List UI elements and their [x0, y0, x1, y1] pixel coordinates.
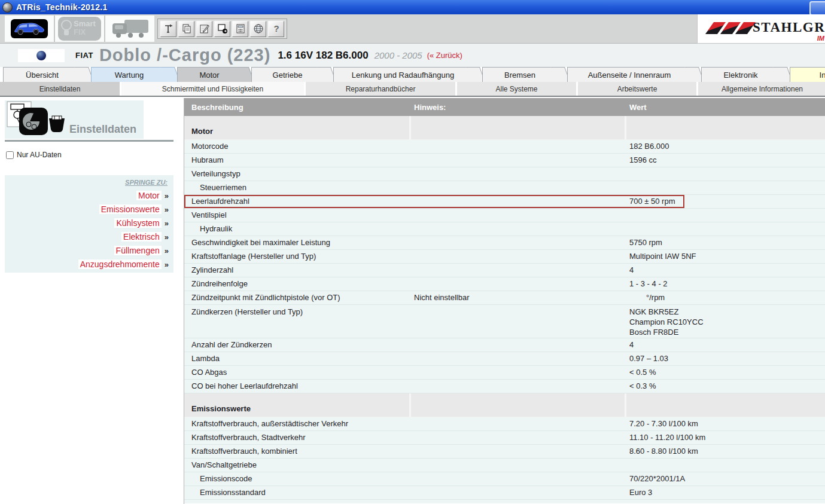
- row-hint: [409, 250, 625, 263]
- row-value: [625, 209, 825, 222]
- row-value: 4: [625, 338, 825, 352]
- table-row[interactable]: EmissionsstandardEuro 3: [184, 486, 825, 500]
- vehicle-make: FIAT: [75, 51, 93, 60]
- tab-motor[interactable]: Motor: [177, 67, 241, 82]
- table-row[interactable]: Steuerriemen: [184, 181, 825, 195]
- tab-lenkung-und-radaufhängung[interactable]: Lenkung und Radaufhängung: [333, 67, 472, 82]
- table-row[interactable]: Ventilspiel: [184, 209, 825, 222]
- tab-index[interactable]: Index: [790, 67, 825, 82]
- table-row[interactable]: Hubraum1596 cc: [184, 154, 825, 167]
- table-row[interactable]: Van/Schaltgetriebe: [184, 459, 825, 472]
- table-section-row[interactable]: Motor: [184, 116, 825, 140]
- table-row[interactable]: Zündkerzen (Hersteller und Typ)NGK BKR5E…: [184, 305, 825, 338]
- subtab-einstelldaten[interactable]: Einstelldaten: [0, 82, 120, 96]
- table-row[interactable]: Lambda0.97 – 1.03: [184, 352, 825, 366]
- jump-link-füllmengen[interactable]: Füllmengen: [114, 246, 162, 255]
- row-value: 7.20 - 7.30 l/100 km: [625, 417, 825, 430]
- au-daten-label: Nur AU-Daten: [17, 151, 62, 159]
- jump-links: Motor»Emissionswerte»Kühlsystem»Elektris…: [5, 188, 169, 271]
- table-row[interactable]: Kraftstoffverbrauch, kombiniert8.60 - 8.…: [184, 445, 825, 459]
- new-window-icon[interactable]: [214, 21, 230, 37]
- table-row[interactable]: Kraftstoffverbrauch, außerstädtischer Ve…: [184, 417, 825, 431]
- subtab-allgemeine-informationen[interactable]: Allgemeine Informationen: [698, 82, 825, 96]
- subtab-schmiermittel-und-flüssigkeiten[interactable]: Schmiermittel und Flüssigkeiten: [121, 82, 304, 96]
- tab-übersicht[interactable]: Übersicht: [3, 67, 81, 82]
- tools-icon[interactable]: [160, 21, 176, 37]
- jump-link-anzugsdrehmomente[interactable]: Anzugsdrehmomente: [78, 259, 162, 269]
- tab-bremsen[interactable]: Bremsen: [482, 67, 557, 82]
- table-row[interactable]: Geschwindigkeit bei maximaler Leistung57…: [184, 236, 825, 250]
- row-hint: [409, 459, 625, 472]
- tab-getriebe[interactable]: Getriebe: [251, 67, 323, 82]
- jump-link-emissionswerte[interactable]: Emissionswerte: [99, 204, 162, 214]
- table-row[interactable]: Anzahl der Zündkerzen4: [184, 338, 825, 352]
- subtab-alle-systeme[interactable]: Alle Systeme: [457, 82, 576, 96]
- brand-slogan-fragment: IM: [817, 35, 824, 42]
- table-rows: MotorMotorcode182 B6.000Hubraum1596 ccVe…: [184, 116, 825, 503]
- row-description: Kraftstoffverbrauch, kombiniert: [184, 445, 409, 458]
- row-hint: [409, 209, 625, 222]
- table-row[interactable]: Kraftstoffanlage (Hersteller und Typ)Mul…: [184, 250, 825, 264]
- stahlgruber-logo-icon: [710, 22, 751, 34]
- table-section-row[interactable]: Emissionswerte: [184, 393, 825, 417]
- jump-link-row: Elektrisch»: [5, 230, 169, 243]
- row-value: NGK BKR5EZChampion RC10YCCBosch FR8DE: [625, 307, 825, 337]
- table-row[interactable]: CO Abgas< 0.5 %: [184, 366, 825, 380]
- calculator-icon[interactable]: [232, 21, 248, 37]
- jump-panel: SPRINGE ZU: Motor»Emissionswerte»Kühlsys…: [5, 175, 173, 273]
- edit-icon[interactable]: [196, 21, 212, 37]
- data-table: Beschreibung Hinweis: Wert MotorMotorcod…: [184, 98, 825, 504]
- jump-link-elektrisch[interactable]: Elektrisch: [121, 232, 162, 242]
- table-row[interactable]: Zündreihenfolge1 - 3 - 4 - 2: [184, 277, 825, 291]
- truck-mode-button[interactable]: [105, 16, 154, 42]
- primary-tabs: ÜbersichtWartungMotorGetriebeLenkung und…: [0, 67, 825, 82]
- smartfix-button[interactable]: Smart FIX: [55, 16, 105, 42]
- row-hint: [409, 417, 625, 430]
- back-link[interactable]: (« Zurück): [427, 51, 462, 60]
- au-daten-checkbox[interactable]: [6, 151, 14, 159]
- subtab-arbeitswerte[interactable]: Arbeitswerte: [578, 82, 696, 96]
- help-icon[interactable]: ?: [268, 21, 284, 37]
- row-description: Lambda: [184, 352, 409, 365]
- secondary-tabs: EinstelldatenSchmiermittel und Flüssigke…: [0, 82, 825, 96]
- row-hint: Nicht einstellbar: [409, 291, 625, 304]
- row-description: Verteilungstyp: [184, 167, 409, 181]
- table-row[interactable]: CO bei hoher Leerlaufdrehzahl< 0.3 %: [184, 380, 825, 393]
- row-value: 70/220*2001/1A: [625, 472, 825, 485]
- row-value: 1 - 3 - 4 - 2: [625, 277, 825, 291]
- row-description: Zylinderzahl: [184, 264, 409, 277]
- vehicle-model: Doblo /-Cargo (223): [99, 45, 270, 65]
- jump-link-kühlsystem[interactable]: Kühlsystem: [114, 218, 161, 228]
- table-row[interactable]: Hydraulik: [184, 222, 825, 236]
- tab-label: Getriebe: [273, 71, 303, 80]
- tab-elektronik[interactable]: Elektronik: [701, 67, 780, 82]
- car-mode-button[interactable]: [5, 16, 55, 42]
- tab-label: Motor: [199, 71, 219, 80]
- row-value: < 0.3 %: [625, 380, 825, 393]
- row-hint: [409, 264, 625, 277]
- subtab-reparaturhandbücher[interactable]: Reparaturhandbücher: [306, 82, 455, 96]
- table-row[interactable]: Emissionscode70/220*2001/1A: [184, 472, 825, 486]
- module-title: Einstelldaten: [69, 123, 136, 136]
- row-hint: [409, 338, 625, 352]
- table-row[interactable]: Leerlaufdrehzahl700 ± 50 rpm: [184, 195, 825, 209]
- table-row-partial: [184, 500, 825, 503]
- table-row[interactable]: Zündzeitpunkt mit Zündlichtpistole (vor …: [184, 291, 825, 305]
- globe-icon[interactable]: [250, 21, 266, 37]
- table-row[interactable]: Kraftstoffverbrauch, Stadtverkehr11.10 -…: [184, 431, 825, 445]
- tab-wartung[interactable]: Wartung: [91, 67, 167, 82]
- window-title: ATRis_Technik-2012.1: [16, 2, 108, 12]
- row-hint: [409, 445, 625, 458]
- table-row[interactable]: Motorcode182 B6.000: [184, 140, 825, 154]
- row-hint: [409, 277, 625, 291]
- jump-link-motor[interactable]: Motor: [136, 191, 162, 200]
- row-description: Zündzeitpunkt mit Zündlichtpistole (vor …: [184, 291, 409, 304]
- tab-außenseite-innenraum[interactable]: Außenseite / Innenraum: [567, 67, 691, 82]
- titlebar-partial-button[interactable]: [809, 1, 825, 16]
- table-row[interactable]: Verteilungstyp: [184, 167, 825, 181]
- row-value: 4: [625, 264, 825, 277]
- row-description: CO bei hoher Leerlaufdrehzahl: [184, 380, 409, 393]
- table-row[interactable]: Zylinderzahl4: [184, 264, 825, 277]
- chevrons-icon: »: [165, 233, 169, 242]
- copy-icon[interactable]: [178, 21, 194, 37]
